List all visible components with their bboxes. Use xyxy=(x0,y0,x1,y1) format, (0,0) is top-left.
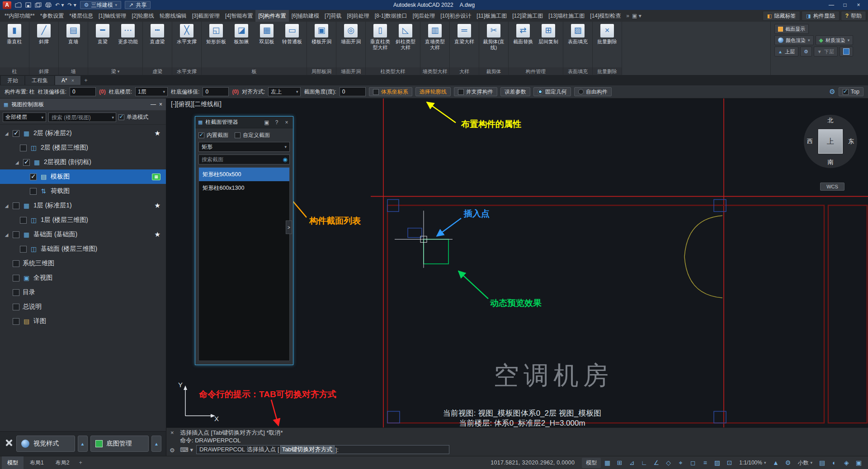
wall-detail-button[interactable]: ▥直墙类型大样 xyxy=(423,24,447,51)
ribbon-tab-active[interactable]: [5]构件布置 xyxy=(255,10,288,22)
tree-item-general-notes[interactable]: 总说明 xyxy=(0,300,166,314)
command-close-icon[interactable]: × xyxy=(170,429,174,436)
surface-fill-button[interactable]: ▨表面填充 xyxy=(566,24,590,45)
tools-icon[interactable] xyxy=(5,438,14,449)
beam-detail-button[interactable]: ═直梁大样 xyxy=(452,24,476,45)
ribbon-tab[interactable]: [1]轴线管理 xyxy=(96,10,129,22)
hide-tabs-button[interactable]: ◧隐藏标签 xyxy=(763,11,800,21)
batch-delete-button[interactable]: ×批量删除 xyxy=(595,24,619,45)
tree-item-floor2[interactable]: ◢▦ 2层 (标准层2)★ xyxy=(0,126,166,141)
lineweight-icon[interactable]: ≡ xyxy=(699,458,711,468)
checkbox[interactable] xyxy=(13,318,19,325)
base-map-button[interactable]: 底图管理 xyxy=(90,436,149,452)
wall-opening-button[interactable]: ◎墙面开洞 xyxy=(339,24,363,45)
tree-item-template-view[interactable]: ▤ 模板图▦ xyxy=(0,169,166,184)
visual-style-button[interactable]: 视觉样式 xyxy=(16,436,75,452)
ribbon-tab[interactable]: *参数设置 xyxy=(38,10,67,22)
annotation-scale-button[interactable]: 1:1/100%▾ xyxy=(736,458,769,468)
custom-section-checkbox[interactable]: 自定义截面 xyxy=(235,131,270,139)
ribbon-tab[interactable]: [3]截面管理 xyxy=(189,10,222,22)
ribbon-tab[interactable]: 轮廓线编辑 xyxy=(157,10,189,22)
floor-filter-select[interactable]: 全部楼层▾ xyxy=(3,113,46,122)
ribbon-tab[interactable]: [6]辅助建模 xyxy=(289,10,322,22)
section-list[interactable]: 矩形柱500x500 矩形柱600x1300 xyxy=(198,167,290,361)
builtin-section-checkbox[interactable]: 内置截面 xyxy=(198,131,228,139)
checkbox[interactable] xyxy=(20,217,27,224)
ribbon-tab[interactable]: **内部功能** xyxy=(2,10,38,22)
material-render-button[interactable]: ◆材质渲染▾ xyxy=(816,35,854,45)
angle-input[interactable] xyxy=(340,87,366,96)
layer-down-button[interactable]: ▼下层 xyxy=(814,47,838,56)
view-compass[interactable]: 北 南 西 东 上 xyxy=(804,115,857,168)
checkbox[interactable] xyxy=(20,246,27,253)
command-option-tab[interactable]: Tab键切换对齐方式 xyxy=(280,445,335,454)
grid-icon[interactable]: ▦ xyxy=(602,458,613,468)
expand-panel-button[interactable]: > xyxy=(286,220,292,234)
tab-drawing-a[interactable]: A*× xyxy=(55,76,80,85)
support-member-toggle[interactable]: 并支撑构件 xyxy=(454,87,497,96)
slab-opening-button[interactable]: ▣楼板开洞 xyxy=(309,24,334,45)
straight-wall-button[interactable]: ▤直墙 xyxy=(61,24,85,45)
ribbon-group-label[interactable]: 墙面开洞 xyxy=(336,67,365,75)
expander-icon[interactable]: ◢ xyxy=(4,232,9,237)
view-search-box[interactable]: ▾ xyxy=(48,113,116,122)
checkbox[interactable] xyxy=(30,188,37,195)
snap-icon[interactable]: ⊞ xyxy=(614,458,625,468)
checkbox[interactable] xyxy=(13,289,19,296)
viewcube-top-face[interactable]: 上 xyxy=(818,129,843,154)
units-button[interactable]: 小数▾ xyxy=(794,458,816,468)
radio[interactable] xyxy=(578,89,584,94)
tab-start[interactable]: 开始 xyxy=(1,76,24,85)
top-offset-input[interactable] xyxy=(70,87,96,96)
close-icon[interactable]: × xyxy=(283,119,290,126)
annotation-visibility-icon[interactable]: ▲ xyxy=(770,458,781,468)
base-offset-input[interactable] xyxy=(203,87,229,96)
tab-project-set[interactable]: 工程集 xyxy=(25,76,54,85)
checkbox[interactable] xyxy=(13,304,19,310)
tree-item-floor1-3d[interactable]: ◫ 1层 (楼层三维图) xyxy=(0,213,166,227)
ribbon-display-toggle-icon[interactable]: ▣ ▾ xyxy=(632,13,642,19)
visual-style-expand-button[interactable]: ▲ xyxy=(78,436,88,452)
inclined-column-detail-button[interactable]: ◺斜柱类型大样 xyxy=(393,24,418,51)
checkbox[interactable] xyxy=(13,202,19,209)
folded-slab-button[interactable]: ◱矩形折板 xyxy=(204,24,228,45)
fixed-geometry-radio[interactable]: 固定几何 xyxy=(533,87,571,96)
view-search-input[interactable] xyxy=(52,114,110,121)
isodraft-icon[interactable]: ◇ xyxy=(663,458,674,468)
print-icon[interactable] xyxy=(45,2,52,8)
ribbon-group-label[interactable]: 斜撑 xyxy=(29,67,58,75)
ribbon-tab[interactable]: [2]轮廓线 xyxy=(129,10,156,22)
dock-icon[interactable]: ▣ xyxy=(263,119,270,126)
slab-haunch-button[interactable]: ◪板加腋 xyxy=(229,24,254,45)
ribbon-tab[interactable]: [14]模型检查 xyxy=(587,10,623,22)
model-space-toggle[interactable]: 模型 xyxy=(582,458,601,468)
selection-cycling-icon[interactable]: ⊡ xyxy=(724,458,735,468)
ribbon-group-label[interactable]: 墙类型大样 xyxy=(420,67,449,75)
layout-tab-2[interactable]: 布局2 xyxy=(50,456,75,469)
share-button[interactable]: ↗ 共享 xyxy=(125,1,151,9)
checkbox[interactable] xyxy=(13,260,19,267)
horizontal-brace-button[interactable]: ╳水平支撑 xyxy=(175,24,199,45)
expander-icon[interactable]: ◢ xyxy=(4,203,9,208)
ribbon-tab[interactable]: [11]板施工图 xyxy=(474,10,509,22)
new-drawing-button[interactable]: + xyxy=(81,76,90,85)
infer-constraints-icon[interactable]: ⊿ xyxy=(626,458,637,468)
tolerance-params-button[interactable]: 误差参数 xyxy=(500,87,530,96)
command-input-field[interactable]: DRAWPERPCOL 选择插入点 [Tab键切换对齐方式]: xyxy=(196,445,449,454)
top-view-toggle[interactable]: Top xyxy=(839,87,863,96)
vertical-column-button[interactable]: ▮垂直柱 xyxy=(2,24,27,45)
clean-screen-icon[interactable]: ▣ xyxy=(853,458,864,468)
ribbon-group-label[interactable]: 梁▾ xyxy=(88,67,142,75)
base-map-expand-button[interactable]: ▲ xyxy=(151,436,161,452)
checkbox[interactable] xyxy=(13,275,19,281)
section-list-item[interactable]: 矩形柱600x1300 xyxy=(199,181,289,195)
save-icon[interactable] xyxy=(25,2,31,8)
redo-icon[interactable]: ↷ ▾ xyxy=(67,2,76,8)
layout-tab-1[interactable]: 布局1 xyxy=(24,456,49,469)
free-member-radio[interactable]: 自由构件 xyxy=(574,87,612,96)
ribbon-group-label[interactable]: 墙 xyxy=(59,67,88,75)
checkbox[interactable] xyxy=(13,130,19,137)
color-render-button[interactable]: 颜色渲染▾ xyxy=(774,35,814,45)
select-outline-button[interactable]: 选择轮廓线 xyxy=(415,87,451,96)
object-snap-tracking-icon[interactable]: ⌖ xyxy=(675,458,686,468)
